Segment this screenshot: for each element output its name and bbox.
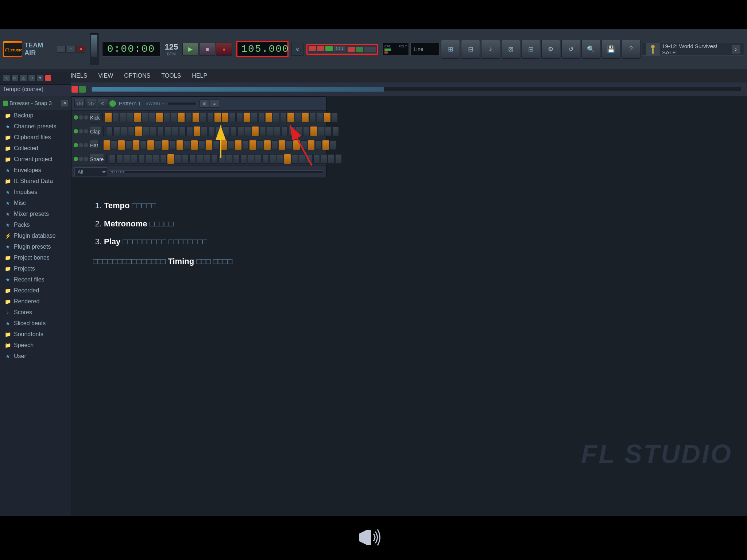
kick-beat-3[interactable] <box>120 113 126 122</box>
browser-item-current-project[interactable]: 📁 Current project <box>0 154 71 165</box>
snare-beat-20[interactable] <box>248 154 254 164</box>
clap-beat-32[interactable] <box>332 127 339 136</box>
hat-beat-1[interactable] <box>104 140 110 150</box>
clap-beat-10[interactable] <box>172 127 178 136</box>
snare-solo-btn[interactable] <box>79 157 83 161</box>
line-display[interactable]: Line <box>410 43 440 56</box>
help-icon-btn[interactable]: ? <box>622 40 640 59</box>
snare-beat-32[interactable] <box>335 154 342 164</box>
kick-beat-12[interactable] <box>185 113 192 122</box>
tempo-slider[interactable] <box>92 87 741 92</box>
snare-beat-17[interactable] <box>226 154 232 164</box>
seq-filter-select[interactable]: All <box>74 167 107 176</box>
clap-beat-19[interactable] <box>237 127 244 136</box>
tempo-display[interactable]: 105.000 <box>236 41 289 57</box>
clap-beat-17[interactable] <box>223 127 229 136</box>
clap-beat-22[interactable] <box>259 127 266 136</box>
browser-item-speech[interactable]: 📁 Speech <box>0 340 71 351</box>
metronome-dot2[interactable] <box>317 46 324 51</box>
clap-beat-26[interactable] <box>289 127 295 136</box>
clap-beat-8[interactable] <box>157 127 164 136</box>
clap-beat-20[interactable] <box>245 127 251 136</box>
browser-item-soundfonts[interactable]: 📁 Soundfonts <box>0 329 71 340</box>
snare-beat-18[interactable] <box>233 154 240 164</box>
browser-item-impulses[interactable]: ★ Impulses <box>0 187 71 198</box>
snare-fx-btn[interactable] <box>84 157 88 161</box>
snare-beat-9[interactable] <box>167 154 174 164</box>
menu-help[interactable]: HELP <box>187 71 212 81</box>
snare-beat-24[interactable] <box>277 154 283 164</box>
maximize-btn[interactable]: □ <box>67 46 76 52</box>
tempo-set-btn[interactable] <box>79 86 86 93</box>
browser-nav-up[interactable]: △ <box>20 75 27 81</box>
mixer-icon-btn[interactable]: ⊞ <box>441 40 460 59</box>
browser-item-recent-files[interactable]: ★ Recent files <box>0 274 71 285</box>
browser-item-collected[interactable]: 📁 Collected <box>0 143 71 154</box>
snare-beat-13[interactable] <box>197 154 203 164</box>
kick-beat-18[interactable] <box>229 113 236 122</box>
hat-beat-20[interactable] <box>242 140 249 150</box>
clap-beat-14[interactable] <box>201 127 208 136</box>
kick-beat-11[interactable] <box>178 113 185 122</box>
kick-beat-4[interactable] <box>127 113 133 122</box>
clap-solo-btn[interactable] <box>79 129 83 133</box>
clap-beat-30[interactable] <box>318 127 324 136</box>
kick-beat-32[interactable] <box>331 113 338 122</box>
menu-tools[interactable]: TOOLS <box>156 71 186 81</box>
record-button[interactable]: ● <box>216 43 232 56</box>
clap-beat-28[interactable] <box>303 127 310 136</box>
browser-item-misc[interactable]: ★ Misc <box>0 198 71 209</box>
snare-beat-10[interactable] <box>175 154 181 164</box>
kick-beat-25[interactable] <box>280 113 287 122</box>
snare-instrument-btn[interactable]: Snare <box>90 154 104 164</box>
kick-beat-8[interactable] <box>156 113 163 122</box>
snare-beat-19[interactable] <box>240 154 247 164</box>
clap-beat-16[interactable] <box>216 127 222 136</box>
snare-beat-22[interactable] <box>262 154 269 164</box>
view-pattern-btn[interactable]: ≡ <box>210 100 219 108</box>
kick-beat-20[interactable] <box>244 113 250 122</box>
clap-beat-11[interactable] <box>179 127 186 136</box>
plugin-icon-btn[interactable]: ⊞ <box>521 40 540 59</box>
clap-beat-13[interactable] <box>194 127 200 136</box>
hat-beat-10[interactable] <box>169 140 176 150</box>
browser-item-plugin-database[interactable]: ⚡ Plugin database <box>0 230 71 241</box>
channel-rack-icon-btn[interactable]: ⊟ <box>461 40 480 59</box>
kick-beat-5[interactable] <box>134 113 141 122</box>
clap-beat-6[interactable] <box>143 127 149 136</box>
kick-beat-14[interactable] <box>200 113 206 122</box>
clap-beat-4[interactable] <box>128 127 135 136</box>
kick-instrument-btn[interactable]: Kick <box>90 112 100 122</box>
clap-beat-18[interactable] <box>230 127 237 136</box>
kick-beat-22[interactable] <box>258 113 265 122</box>
clap-instrument-btn[interactable]: Clap <box>90 126 101 136</box>
clap-beat-9[interactable] <box>165 127 171 136</box>
swing-bar[interactable] <box>167 102 197 105</box>
snare-beat-27[interactable] <box>299 154 305 164</box>
kick-beat-10[interactable] <box>171 113 177 122</box>
snare-beat-21[interactable] <box>255 154 262 164</box>
tempo-reset-btn[interactable] <box>71 86 78 93</box>
sync-button[interactable]: ⊙ <box>291 43 303 56</box>
clap-beat-25[interactable] <box>281 127 288 136</box>
browser-item-packs[interactable]: ★ Packs <box>0 219 71 230</box>
hat-beat-22[interactable] <box>257 140 263 150</box>
clap-beat-1[interactable] <box>106 127 113 136</box>
piano-roll-icon-btn[interactable]: ♪ <box>481 40 500 59</box>
kick-beat-16[interactable] <box>214 113 221 122</box>
hat-beat-11[interactable] <box>177 140 183 150</box>
snare-beat-3[interactable] <box>124 154 130 164</box>
kick-beat-28[interactable] <box>302 113 309 122</box>
settings-icon-btn[interactable]: ⚙ <box>541 40 560 59</box>
hat-beat-19[interactable] <box>235 140 241 150</box>
hat-beat-16[interactable] <box>213 140 220 150</box>
snare-beat-1[interactable] <box>109 154 116 164</box>
browser-close-btn[interactable]: ✕ <box>61 100 68 106</box>
clap-beat-29[interactable] <box>310 127 317 136</box>
kick-vol[interactable] <box>102 113 103 122</box>
snare-beat-25[interactable] <box>284 154 291 164</box>
clap-fx-btn[interactable] <box>84 129 88 133</box>
snare-vol[interactable] <box>106 154 107 164</box>
browser-item-il-shared[interactable]: 📁 IL Shared Data <box>0 176 71 187</box>
kick-beat-27[interactable] <box>295 113 301 122</box>
